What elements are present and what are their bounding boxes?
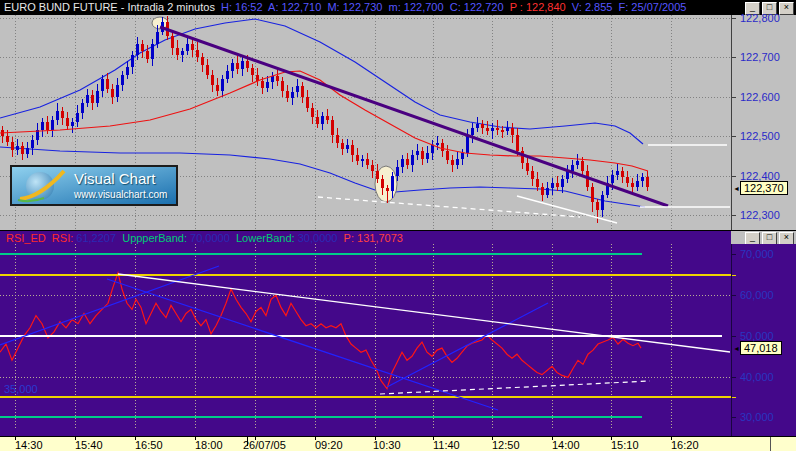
rsi-header-segment: RSI_ED <box>6 232 52 244</box>
price-axis-tick <box>732 18 736 19</box>
candle-body <box>31 140 34 148</box>
time-axis-label: 14:30 <box>15 439 43 451</box>
rsi-axis-label: 60,000 <box>740 289 774 301</box>
rsi-value-marker: ◄47,018 <box>733 341 782 355</box>
candle-body <box>56 111 59 121</box>
candle-body <box>371 165 374 171</box>
title-segment: P : 122,840 <box>510 1 572 13</box>
candle-body <box>206 65 209 75</box>
candle-body <box>476 124 479 128</box>
candle-body <box>536 179 539 187</box>
candle-body <box>346 145 349 149</box>
main-close-button[interactable]: × <box>779 2 794 15</box>
candle-body <box>551 183 554 189</box>
candle-body <box>86 95 89 103</box>
rsi-axis-yellow-tick <box>732 397 736 398</box>
rsi-header-values: RSI_ED RSI: 61,2207 UppperBand: 70,0000 … <box>6 232 403 244</box>
candle-body <box>436 143 439 145</box>
candle-body <box>81 103 84 113</box>
time-axis-label: 12:50 <box>492 439 520 451</box>
candle-body <box>171 36 174 48</box>
candle-body <box>321 116 324 124</box>
candle-body <box>251 68 254 75</box>
rsi-axis-tick <box>732 295 736 296</box>
candle-body <box>221 79 224 91</box>
candle-body <box>101 79 104 91</box>
candle-body <box>396 167 399 176</box>
candle-body <box>511 128 514 136</box>
rsi-header-segment: P: 131,7073 <box>344 232 403 244</box>
candle-body <box>41 122 44 130</box>
white-dashed-support-line <box>318 197 580 217</box>
candle-body <box>16 146 19 150</box>
last-price-value: 122,370 <box>740 181 788 195</box>
rsi-axis-label: 70,000 <box>740 248 774 260</box>
price-axis-tick <box>732 176 736 177</box>
candle-body <box>236 63 239 69</box>
candle-body <box>441 143 444 151</box>
rsi-marker-value: 47,018 <box>740 341 782 355</box>
rsi-axis-tick <box>732 254 736 255</box>
price-axis: ◄122,370 122,800122,700122,600122,500122… <box>731 15 796 230</box>
candle-body <box>181 51 184 55</box>
candle-body <box>466 135 469 152</box>
candle-body <box>611 175 614 183</box>
price-marker-arrow-icon: ◄ <box>733 185 740 192</box>
visual-chart-window: EURO BUND FUTURE - Intradia 2 minutos H:… <box>0 0 796 451</box>
candle-body <box>341 143 344 149</box>
candle-body <box>391 176 394 191</box>
candle-body <box>311 108 314 117</box>
candle-body <box>336 135 339 143</box>
candle-body <box>411 155 414 164</box>
candle-body <box>571 165 574 171</box>
candle-body <box>641 177 644 181</box>
candle-body <box>596 202 599 210</box>
time-axis-label: 18:00 <box>195 439 223 451</box>
candle-body <box>216 85 219 91</box>
rsi-axis-label: 40,000 <box>740 371 774 383</box>
candle-body <box>481 124 484 128</box>
candle-body <box>211 75 214 85</box>
candle-body <box>126 67 129 75</box>
candle-body <box>96 91 99 103</box>
candle-body <box>616 171 619 175</box>
candle-body <box>301 86 304 97</box>
candle-body <box>356 155 359 161</box>
time-axis-label: 15:10 <box>611 439 639 451</box>
candle-body <box>226 71 229 79</box>
price-axis-label: 122,500 <box>740 130 780 142</box>
candle-body <box>631 183 634 187</box>
candle-body <box>51 120 54 130</box>
rsi-panel[interactable]: 35,000 <box>0 244 731 436</box>
candle-body <box>541 187 544 195</box>
candle-body <box>461 153 464 159</box>
time-axis-label: 15:40 <box>75 439 103 451</box>
rsi-axis-tick <box>732 377 736 378</box>
candle-body <box>401 159 404 167</box>
candle-body <box>136 44 139 56</box>
rsi-axis-tick <box>732 417 736 418</box>
time-axis-divider <box>770 437 771 451</box>
candle-body <box>506 128 509 132</box>
candle-body <box>286 91 289 98</box>
window-title: EURO BUND FUTURE - Intradia 2 minutos H:… <box>4 1 686 13</box>
time-axis-label: 14:00 <box>552 439 580 451</box>
rsi-blue-trendline <box>387 303 548 387</box>
rsi-header-segment: 30,0000 <box>298 232 344 244</box>
candle-body <box>426 153 429 159</box>
candle-body <box>71 122 74 126</box>
candle-body <box>111 89 114 97</box>
time-axis-label: 09:20 <box>315 439 343 451</box>
rsi-white-dashed-line <box>380 381 650 394</box>
candle-body <box>61 111 64 119</box>
price-axis-label: 122,800 <box>740 12 780 24</box>
candle-body <box>331 120 334 135</box>
candle-body <box>261 81 264 88</box>
rsi-axis-tick <box>732 336 736 337</box>
candle-body <box>276 76 279 81</box>
rsi-axis-label: 30,000 <box>740 411 774 423</box>
candle-body <box>76 113 79 123</box>
rsi-chart-canvas[interactable] <box>0 244 731 436</box>
candle-body <box>296 86 299 92</box>
candle-body <box>581 161 584 171</box>
